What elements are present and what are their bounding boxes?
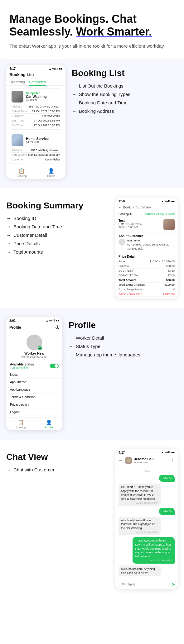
chevron-right-icon: › (58, 395, 59, 399)
camera-icon[interactable]: 📷 (38, 346, 42, 350)
profile-avatar-block: 📷 Worker New worker1@emart.com (6, 332, 62, 361)
nav-booking[interactable]: 📋 Booking (16, 419, 26, 429)
section-title: Booking List (72, 68, 178, 78)
menu-item-logout[interactable]: Logout › (6, 408, 62, 416)
booking-icon: 📋 (18, 168, 25, 174)
booking-card-1[interactable]: Completed Car Washing $7.00/hr Address35… (9, 88, 63, 130)
chevron-right-icon: › (58, 373, 59, 376)
table-row: Admin commission(-$12.00) (119, 292, 175, 297)
chat-bubble-sent: Hello Sir (159, 508, 175, 515)
menu-item-inbox[interactable]: Inbox › (6, 371, 62, 379)
profile-icon: 👤 (46, 419, 52, 425)
status-bar: 4:17 ▲ WiFi ■■ (6, 65, 65, 71)
chat-bubble-received: Hi Robert K., Hope you're happy with the… (119, 484, 161, 506)
table-row: Total Amount$30.60 (119, 278, 175, 283)
tab-completed[interactable]: Completed (29, 79, 46, 86)
avatar: 📷 (27, 335, 42, 350)
section-title: Chat View (6, 452, 109, 462)
list-item: →Status Type (69, 344, 178, 349)
service-image (163, 219, 175, 230)
list-item: →Worker Detail (69, 335, 178, 341)
more-icon[interactable]: ⋮ (170, 457, 175, 463)
profile-header: Profile ⓘ (6, 323, 62, 332)
list-item: →List Out the Bookings (72, 83, 178, 88)
chat-phone: 4:17 ▲ WiFi ■■ ← Jerome Bell Active now … (115, 449, 178, 589)
menu-item-terms[interactable]: Terms & Condition › (6, 394, 62, 401)
booking-icon: 📋 (18, 419, 24, 425)
chat-messages: Today Hello Sir Hi Robert K., Hope you'r… (115, 466, 178, 579)
list-item: →Show the Booking Types (72, 92, 178, 97)
table-row: End Time27 Oct 2022 8:30 PM (12, 123, 60, 127)
chat-info: Chat View →Chat with Customer (6, 449, 109, 475)
list-item: →Booking Date and Time (72, 100, 178, 105)
chat-header: ← Jerome Bell Active now ⋮ (115, 455, 178, 466)
list-item: →Booking ID (6, 216, 109, 221)
tab-upcoming[interactable]: Upcoming (9, 79, 25, 85)
table-row: SubTotal$20.00 (119, 264, 175, 269)
booking-id-row: Booking ID #b1ShR6L75j66J4OSGM8 (115, 211, 178, 217)
booking-list-section: 4:17 ▲ WiFi ■■ Booking List Upcoming Com… (0, 59, 184, 188)
card2-rows: Address4517 Washington Ave... Date & Tim… (9, 148, 63, 164)
table-row: Date & TimeMar 13, 2023 at 08:05 am (12, 153, 60, 157)
menu-item-app-language[interactable]: App Language › (6, 386, 62, 394)
list-item: →Price Details (6, 241, 109, 246)
nav-profile[interactable]: 👤 Profile (47, 168, 55, 178)
chevron-right-icon: › (58, 410, 59, 414)
profile-status-row: Available Status You are online (6, 361, 62, 371)
status-bar: 2:01 ▲ WiFi ■■ (6, 317, 62, 323)
table-row: Address3517 W. Gray St, Utica,... (12, 104, 60, 109)
price-detail: Price Detail Price$10.00 × 2.0 $20.00 Su… (115, 253, 178, 298)
table-row: Extra charge Notes :vf (119, 287, 175, 292)
table-row: Total Extra Charges :$100.00 (119, 283, 175, 287)
bottom-nav: 📋 Booking 👤 Profile (6, 417, 62, 430)
booking-list-info: Booking List →List Out the Bookings →Sho… (72, 65, 178, 117)
chat-input-row: ➤ (115, 579, 178, 589)
section-title: Booking Summary (6, 201, 109, 211)
phone-tabs: Upcoming Completed (6, 79, 65, 86)
nav-profile[interactable]: 👤 Profile (45, 419, 53, 429)
table-row: ODTAX ($7.00)$7.00 (119, 273, 175, 278)
table-row: Price$10.00 × 2.0 $20.00 (119, 259, 175, 264)
table-row: CustomerTheresa Webb (12, 114, 60, 118)
list-item: →Customer Detail (6, 232, 109, 238)
available-toggle[interactable] (50, 364, 59, 368)
table-row: CustomerCody Fisher (12, 157, 60, 162)
profile-section: 2:01 ▲ WiFi ■■ Profile ⓘ 📷 Worker New wo… (0, 308, 184, 440)
list-item: →Manage app theme, languages (69, 352, 178, 357)
profile-info: Profile →Worker Detail →Status Type →Man… (69, 317, 178, 360)
status-bar: 4:17 ▲ WiFi ■■ (115, 449, 178, 455)
booking-list-phone: 4:17 ▲ WiFi ■■ Booking List Upcoming Com… (6, 65, 65, 179)
bottom-nav: 📋 Booking 👤 Profile (6, 166, 65, 179)
booking-summary-phone: 1:58 ▲ WiFi ■■ ← Booking Summary Booking… (115, 198, 178, 298)
chat-bubble-received: Absolutely! Kevin P. was fantastic! Did … (119, 517, 161, 536)
send-icon[interactable]: ➤ (172, 582, 175, 587)
section-title: Profile (69, 320, 178, 330)
menu-item-app-theme[interactable]: App Theme › (6, 379, 62, 386)
info-icon[interactable]: ⓘ (56, 325, 59, 330)
card1-rows: Address3517 W. Gray St, Utica,... Date &… (9, 104, 63, 129)
feature-list: →List Out the Bookings →Show the Booking… (72, 83, 178, 114)
feature-list: →Worker Detail →Status Type →Manage app … (69, 335, 178, 357)
feature-list: →Booking ID →Booking Date and Time →Cust… (6, 216, 109, 255)
profile-icon: 👤 (48, 168, 54, 174)
chat-input[interactable] (118, 581, 170, 587)
chat-bubble-sent: That's awesome to hear! Kevin P. will be… (133, 537, 175, 564)
feature-list: →Chat with Customer (6, 467, 109, 472)
table-row: Address4517 Washington Ave... (12, 148, 60, 153)
hero-subtitle: The eMart Worker app is your all-in-one … (9, 43, 175, 50)
booking-card-2[interactable]: Home Service $1298.00 Address4517 Washin… (9, 132, 63, 164)
nav-booking[interactable]: 📋 Booking (17, 168, 27, 178)
chat-avatar (125, 457, 132, 464)
menu-item-privacy[interactable]: Privacy policy › (6, 401, 62, 408)
about-customer: About Customer test demo 6VPS+6MG, Uttra… (115, 232, 178, 253)
home-service-image (12, 134, 23, 146)
list-item: →Booking Address (72, 108, 178, 114)
phone-header: Booking List (6, 71, 65, 79)
chat-section: Chat View →Chat with Customer 4:17 ▲ WiF… (0, 440, 184, 599)
chevron-right-icon: › (58, 388, 59, 391)
status-bar: 1:58 ▲ WiFi ■■ (115, 198, 178, 203)
chat-bubble-sent: Hello Sir (159, 475, 175, 482)
summary-info: Booking Summary →Booking ID →Booking Dat… (6, 198, 109, 258)
back-icon[interactable]: ← (119, 458, 123, 463)
chat-bubble-received: Sure, no problem! Anything else I can do… (119, 565, 161, 576)
